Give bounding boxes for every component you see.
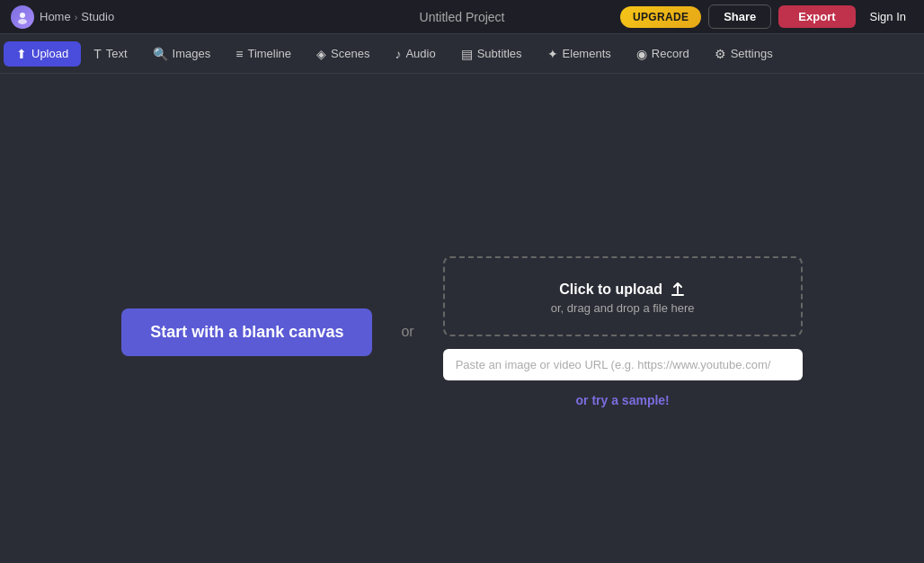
timeline-icon: ≡: [235, 47, 243, 61]
export-button[interactable]: Export: [778, 5, 855, 28]
toolbar-label-scenes: Scenes: [331, 47, 369, 60]
project-title[interactable]: Untitled Project: [420, 10, 505, 24]
main-area: Start with a blank canvas or Click to up…: [0, 74, 924, 563]
audio-icon: ♪: [395, 47, 401, 61]
studio-label: Studio: [81, 10, 114, 23]
toolbar-label-text: Text: [106, 47, 128, 60]
upload-icon: [670, 282, 686, 298]
share-button[interactable]: Share: [708, 4, 771, 29]
toolbar: ⬆UploadTText🔍Images≡Timeline◈Scenes♪Audi…: [0, 34, 924, 74]
upload-main-text: Click to upload: [559, 282, 686, 298]
breadcrumb-separator: ›: [75, 12, 78, 22]
upload-icon: ⬆: [16, 47, 27, 61]
avatar: [11, 5, 34, 29]
toolbar-item-text[interactable]: TText: [81, 41, 139, 67]
url-input-wrapper: [443, 349, 803, 380]
images-icon: 🔍: [153, 47, 168, 61]
toolbar-label-record: Record: [652, 47, 689, 60]
toolbar-label-subtitles: Subtitles: [477, 47, 522, 60]
breadcrumb: Home › Studio: [40, 10, 114, 23]
header-center: Untitled Project: [420, 10, 505, 24]
toolbar-label-audio: Audio: [405, 47, 435, 60]
toolbar-item-elements[interactable]: ✦Elements: [535, 41, 624, 67]
toolbar-label-elements: Elements: [563, 47, 611, 60]
record-icon: ◉: [636, 47, 647, 61]
content-area: Start with a blank canvas or Click to up…: [121, 256, 802, 407]
toolbar-item-timeline[interactable]: ≡Timeline: [223, 41, 304, 67]
header: Home › Studio Untitled Project UPGRADE S…: [0, 0, 924, 34]
svg-point-1: [18, 19, 27, 24]
toolbar-label-upload: Upload: [31, 47, 68, 60]
svg-rect-2: [671, 294, 684, 296]
blank-canvas-button[interactable]: Start with a blank canvas: [121, 308, 372, 356]
upgrade-button[interactable]: UPGRADE: [620, 6, 701, 28]
settings-icon: ⚙: [715, 47, 726, 61]
toolbar-item-scenes[interactable]: ◈Scenes: [304, 41, 382, 67]
toolbar-item-settings[interactable]: ⚙Settings: [702, 41, 786, 67]
toolbar-label-timeline: Timeline: [247, 47, 291, 60]
toolbar-item-upload[interactable]: ⬆Upload: [4, 41, 81, 67]
toolbar-item-images[interactable]: 🔍Images: [140, 41, 224, 67]
toolbar-item-audio[interactable]: ♪Audio: [382, 41, 448, 67]
text-icon: T: [93, 47, 102, 61]
signin-button[interactable]: Sign In: [863, 6, 913, 27]
toolbar-item-subtitles[interactable]: ▤Subtitles: [449, 41, 535, 67]
subtitles-icon: ▤: [461, 47, 473, 61]
elements-icon: ✦: [547, 47, 558, 61]
header-right: UPGRADE Share Export Sign In: [620, 4, 913, 29]
try-sample-link[interactable]: or try a sample!: [576, 393, 670, 407]
header-left: Home › Studio: [11, 5, 620, 29]
home-link[interactable]: Home: [40, 10, 71, 23]
toolbar-item-record[interactable]: ◉Record: [624, 41, 702, 67]
scenes-icon: ◈: [316, 47, 326, 61]
url-input[interactable]: [443, 349, 803, 380]
toolbar-label-settings: Settings: [731, 47, 773, 60]
upload-sub-text: or, drag and drop a file here: [551, 301, 695, 315]
toolbar-label-images: Images: [173, 47, 211, 60]
svg-point-0: [20, 13, 25, 18]
or-divider: or: [401, 324, 413, 340]
upload-zone[interactable]: Click to upload or, drag and drop a file…: [443, 256, 803, 336]
